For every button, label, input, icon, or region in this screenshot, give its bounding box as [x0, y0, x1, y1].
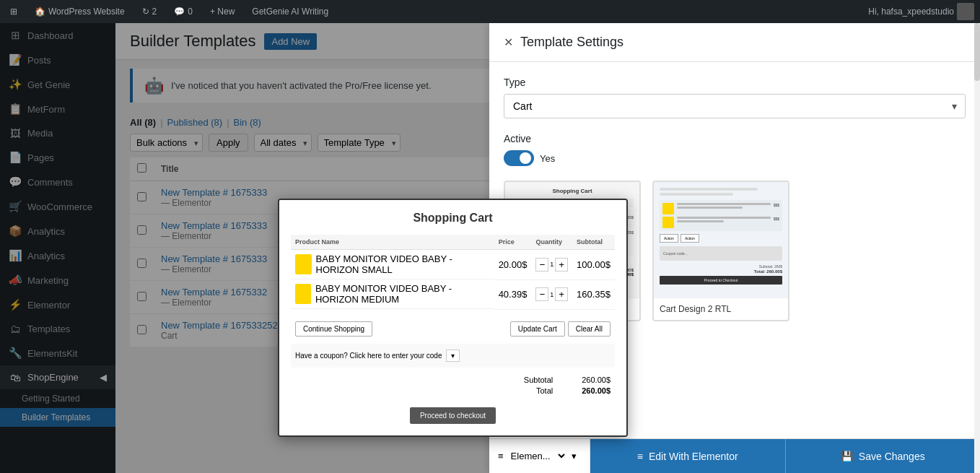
active-toggle[interactable]: [504, 150, 534, 166]
clear-all-button[interactable]: Clear All: [568, 321, 611, 337]
active-label: Active: [504, 133, 966, 144]
preview-col-price: Price: [494, 235, 532, 250]
save-icon: 💾: [841, 451, 853, 462]
admin-bar-logo[interactable]: ⊞: [6, 0, 22, 23]
preview-coupon-section: Have a coupon? Click here to enter your …: [291, 344, 615, 368]
product-qty-1: − 1 +: [531, 250, 572, 280]
product-name-1: BABY MONITOR VIDEO BABY - HORIZON SMALL: [316, 253, 490, 275]
thumbnail-name-2: Cart Design 2 RTL: [660, 304, 731, 314]
thumbnail-card-2[interactable]: $$$ $$$ Ac: [652, 181, 789, 321]
site-icon: 🏠: [35, 6, 45, 17]
active-field: Active Yes: [504, 133, 966, 166]
edit-icon: ≡: [637, 451, 643, 462]
admin-bar-new[interactable]: + New: [206, 0, 239, 23]
total-label: Total: [536, 386, 553, 395]
active-value-label: Yes: [540, 153, 555, 164]
updates-count: 2: [152, 6, 157, 17]
preview-cart-table: Product Name Price Quantity Subtotal BAB…: [291, 235, 615, 310]
preview-totals: Subtotal 260.00$ Total 260.00$: [291, 368, 615, 403]
preview-title: Shopping Cart: [291, 212, 615, 225]
settings-header: ✕ Template Settings: [489, 23, 980, 62]
admin-bar-user[interactable]: Hi, hafsa_xpeedstudio: [868, 3, 974, 20]
proceed-checkout-button[interactable]: Proceed to checkout: [410, 407, 496, 424]
qty-plus-2[interactable]: +: [555, 287, 568, 301]
preview-col-product: Product Name: [291, 235, 494, 250]
editor-chevron-icon: ▾: [572, 451, 577, 461]
type-select[interactable]: Cart Checkout Single Product Shop My Acc…: [504, 94, 966, 118]
product-img-2: [295, 284, 311, 304]
admin-bar-updates[interactable]: ↻ 2: [138, 0, 162, 23]
cart-preview-popup: Shopping Cart Product Name Price Quantit…: [278, 199, 628, 437]
scrollbar-track: [974, 23, 980, 473]
preview-col-subtotal: Subtotal: [572, 235, 615, 250]
preview-cart-actions: Continue Shopping Update Cart Clear All: [291, 314, 615, 344]
admin-bar: ⊞ 🏠 WordPress Website ↻ 2 💬 0 + New GetG…: [0, 0, 980, 23]
site-name: WordPress Website: [48, 6, 125, 17]
product-qty-2: − 1 +: [531, 279, 572, 309]
type-select-wrap: Cart Checkout Single Product Shop My Acc…: [504, 94, 966, 118]
admin-bar-comments[interactable]: 💬 0: [170, 0, 197, 23]
editor-icon: ≡: [498, 451, 504, 461]
settings-footer: ≡ Elemen... Elementor Gutenberg ▾ ≡ Edit…: [489, 438, 980, 473]
product-price-2: 40.39$: [494, 279, 532, 309]
settings-close-button[interactable]: ✕: [504, 35, 513, 49]
scrollbar-thumb[interactable]: [974, 23, 980, 81]
update-cart-button[interactable]: Update Cart: [510, 321, 565, 337]
subtotal-value: 260.00$: [582, 376, 611, 384]
preview-col-qty: Quantity: [531, 235, 572, 250]
user-avatar: [957, 3, 974, 20]
total-value: 260.00$: [582, 386, 611, 395]
product-price-1: 20.00$: [494, 250, 532, 280]
comments-icon: 💬: [174, 6, 185, 17]
subtotal-label: Subtotal: [524, 376, 553, 384]
qty-plus-1[interactable]: +: [555, 258, 568, 272]
coupon-label: Have a coupon? Click here to enter your …: [295, 352, 442, 360]
save-label: Save Changes: [859, 451, 925, 462]
user-greeting: Hi, hafsa_xpeedstudio: [868, 6, 954, 17]
product-subtotal-2: 160.35$: [572, 279, 615, 309]
admin-bar-plugin[interactable]: GetGenie AI Writing: [248, 0, 333, 23]
continue-shopping-button[interactable]: Continue Shopping: [295, 321, 372, 337]
editor-select-wrap: ≡ Elemen... Elementor Gutenberg ▾: [489, 439, 590, 473]
wp-logo-icon: ⊞: [10, 6, 17, 17]
preview-item-2: BABY MONITOR VIDEO BABY - HORIZON MEDIUM…: [291, 279, 615, 309]
admin-bar-site[interactable]: 🏠 WordPress Website: [30, 0, 129, 23]
thumbnail-footer-2: Cart Design 2 RTL: [654, 298, 788, 320]
save-changes-button[interactable]: 💾 Save Changes: [785, 439, 981, 473]
product-name-2: BABY MONITOR VIDEO BABY - HORIZON MEDIUM: [315, 283, 490, 305]
product-subtotal-1: 100.00$: [572, 250, 615, 280]
updates-icon: ↻: [142, 6, 149, 17]
product-img-1: [295, 254, 312, 274]
settings-title: Template Settings: [520, 35, 624, 50]
toggle-wrap: Yes: [504, 150, 966, 166]
edit-label: Edit With Elementor: [649, 451, 738, 462]
toggle-slider: [504, 150, 534, 166]
qty-minus-2[interactable]: −: [535, 287, 548, 301]
preview-item-1: BABY MONITOR VIDEO BABY - HORIZON SMALL …: [291, 250, 615, 280]
coupon-toggle-button[interactable]: ▾: [446, 350, 460, 362]
qty-minus-1[interactable]: −: [535, 258, 548, 272]
plugin-name: GetGenie AI Writing: [252, 6, 328, 17]
editor-select[interactable]: Elemen... Elementor Gutenberg: [508, 450, 567, 462]
comments-count: 0: [188, 6, 193, 17]
new-label: + New: [210, 6, 235, 17]
edit-with-elementor-button[interactable]: ≡ Edit With Elementor: [590, 439, 785, 473]
type-label: Type: [504, 77, 966, 88]
thumbnail-img-2: $$$ $$$ Ac: [654, 182, 788, 298]
type-field: Type Cart Checkout Single Product Shop M…: [504, 77, 966, 118]
